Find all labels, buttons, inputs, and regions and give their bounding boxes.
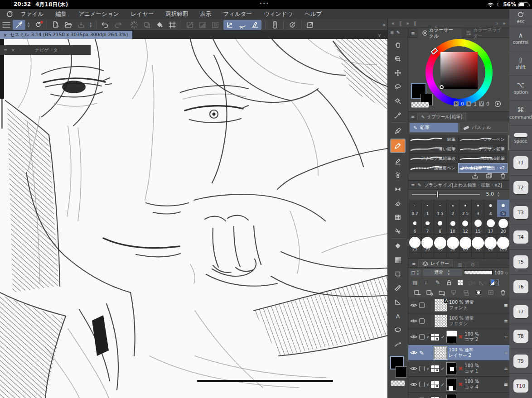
size-cell[interactable] — [497, 253, 509, 259]
size-cell[interactable]: 17 — [484, 217, 497, 235]
mask-thumbnail[interactable] — [446, 362, 456, 375]
frame-check-icon[interactable]: ✓ — [441, 335, 445, 340]
hand-tool-icon[interactable] — [391, 39, 405, 51]
size-cell[interactable]: 2.5 — [459, 200, 472, 217]
menu-help[interactable]: ヘルプ — [305, 10, 322, 18]
tool-stepper-icon[interactable]: ∧∨ — [25, 22, 32, 28]
transparent-color-swatch[interactable] — [391, 380, 405, 386]
size-cell[interactable]: 10 — [447, 217, 459, 235]
pen-tool-icon[interactable] — [391, 125, 405, 137]
size-cell[interactable] — [434, 253, 446, 259]
key-t6[interactable]: T6 — [509, 275, 532, 300]
blend-tool-icon[interactable] — [391, 225, 405, 237]
key-t9[interactable]: T9 — [509, 349, 532, 374]
selection-border-icon[interactable] — [209, 20, 222, 30]
tab-layer-search[interactable]: ⊙ — [467, 262, 479, 267]
fill-command-icon[interactable] — [153, 20, 166, 30]
key-t4[interactable]: T4 — [509, 225, 532, 250]
export-icon[interactable] — [304, 20, 316, 30]
publish-icon[interactable] — [140, 20, 153, 30]
size-cell[interactable]: 50 — [447, 235, 459, 252]
layer-row[interactable]: ∨ ✓ ✖ 100 % ≡ — [408, 393, 510, 398]
key-t8[interactable]: T8 — [509, 324, 532, 349]
mask-thumbnail[interactable] — [446, 378, 456, 391]
sv-square[interactable] — [440, 52, 478, 89]
sv-marker[interactable] — [440, 85, 444, 89]
save-icon[interactable] — [75, 20, 87, 30]
sub-color-swatch[interactable] — [396, 366, 407, 378]
size-cell[interactable]: 0.7 — [409, 200, 421, 217]
color-mode-toggle-icon[interactable] — [494, 101, 501, 107]
size-cell-selected[interactable]: 5 — [497, 200, 509, 217]
new-folder-icon[interactable] — [438, 289, 446, 296]
folder-expand-icon[interactable]: ∨ — [426, 383, 429, 387]
tab-color-wheel[interactable]: カラーサークル — [418, 28, 462, 38]
dock-collapse-right-icon[interactable]: » — [503, 20, 506, 26]
frame-check-icon[interactable]: ✓ — [441, 382, 445, 387]
shape-tool-icon[interactable] — [391, 268, 405, 280]
slider-handle[interactable] — [436, 191, 439, 198]
size-stepper-icon[interactable]: ∧∨ — [495, 192, 502, 197]
layer-handle-icon[interactable]: ≡ — [504, 334, 508, 340]
main-menu-icon[interactable] — [0, 20, 13, 30]
visibility-eye-icon[interactable] — [410, 319, 417, 323]
new-canvas-icon[interactable] — [49, 20, 62, 30]
brush-item[interactable]: アナログ風鉛筆改 — [409, 154, 458, 163]
visibility-eye-icon[interactable] — [410, 366, 417, 371]
frame-border-tool-icon[interactable] — [391, 296, 405, 308]
brush-item[interactable]: 漫画用ペン — [409, 163, 458, 173]
correct-line-tool-icon[interactable] — [391, 338, 405, 350]
size-cell[interactable]: 100 — [497, 235, 509, 252]
key-t1[interactable]: T1 — [509, 151, 532, 176]
reset-rotation-icon[interactable] — [286, 20, 299, 30]
auto-select-tool-icon[interactable] — [391, 95, 405, 107]
dock-angle-right-icon[interactable]: › — [496, 20, 498, 26]
gradient-tool-icon[interactable] — [391, 254, 405, 266]
subtool-menu-icon[interactable]: ≡ — [411, 114, 415, 119]
brush-size-slider[interactable]: 5.0 ∧∨ — [408, 190, 510, 200]
size-cell[interactable]: 15 — [472, 217, 484, 235]
size-cell[interactable]: 7 — [421, 217, 434, 235]
size-cell[interactable]: 1.5 — [434, 200, 446, 217]
size-cell[interactable]: 60 — [459, 235, 472, 252]
open-file-icon[interactable] — [62, 20, 75, 30]
layer-thumbnail[interactable] — [435, 315, 447, 327]
size-cell[interactable]: 80 — [484, 235, 497, 252]
canvas-tab[interactable]: × セスミル 3.14 (B5 2150 x 3035px 300dpi 264… — [0, 31, 132, 39]
brush-item[interactable]: デッサン鉛筆 — [459, 144, 508, 153]
key-shift[interactable]: ⇧ shift — [509, 51, 532, 76]
size-cell[interactable]: 20 — [497, 217, 509, 235]
key-t5[interactable]: T5 — [509, 250, 532, 275]
close-tab-icon[interactable]: × — [3, 32, 7, 38]
key-t10[interactable]: T10 — [509, 374, 532, 398]
navigator-minimize-icon[interactable]: — — [19, 48, 22, 52]
tab-layer-property[interactable]: ▥ — [454, 262, 466, 267]
delete-layer-icon[interactable] — [499, 289, 507, 296]
layer-checkbox[interactable] — [419, 334, 425, 340]
layer-checkbox[interactable] — [419, 382, 425, 387]
layer-row[interactable]: ∨ ✓ ✖ 100 %コマ 4 ≡ — [408, 377, 510, 393]
pencil-tool-icon[interactable] — [390, 139, 406, 153]
key-space[interactable]: space — [509, 126, 532, 151]
undo-icon[interactable] — [99, 20, 111, 30]
move-tool-icon[interactable] — [391, 67, 405, 79]
menu-view[interactable]: 表示 — [200, 10, 211, 18]
menu-window[interactable]: ウィンドウ — [264, 10, 293, 18]
visibility-eye-icon[interactable] — [410, 382, 417, 387]
transparent-well[interactable] — [411, 102, 429, 108]
ruler-range-icon[interactable]: ◺◇ — [479, 279, 487, 286]
duplicate-subtool-icon[interactable] — [486, 173, 493, 179]
snap-grid-icon[interactable] — [249, 20, 261, 30]
airbrush-tool-icon[interactable] — [391, 169, 405, 181]
layer-row[interactable]: ∨ ✓ ✖ 100 %コマ 1 ≡ — [408, 361, 510, 377]
tab-layers[interactable]: レイヤー — [418, 259, 453, 267]
clip-studio-icon[interactable] — [32, 20, 44, 30]
visibility-eye-icon[interactable] — [410, 335, 417, 339]
size-cell[interactable] — [459, 253, 472, 259]
redo-icon[interactable] — [111, 20, 124, 30]
size-cell[interactable] — [447, 253, 459, 259]
layer-checkbox[interactable] — [419, 318, 425, 324]
layer-color-icon[interactable]: ◇ — [490, 279, 498, 286]
folder-expand-icon[interactable]: ∨ — [426, 335, 429, 339]
layer-handle-icon[interactable]: ≡ — [504, 350, 508, 356]
